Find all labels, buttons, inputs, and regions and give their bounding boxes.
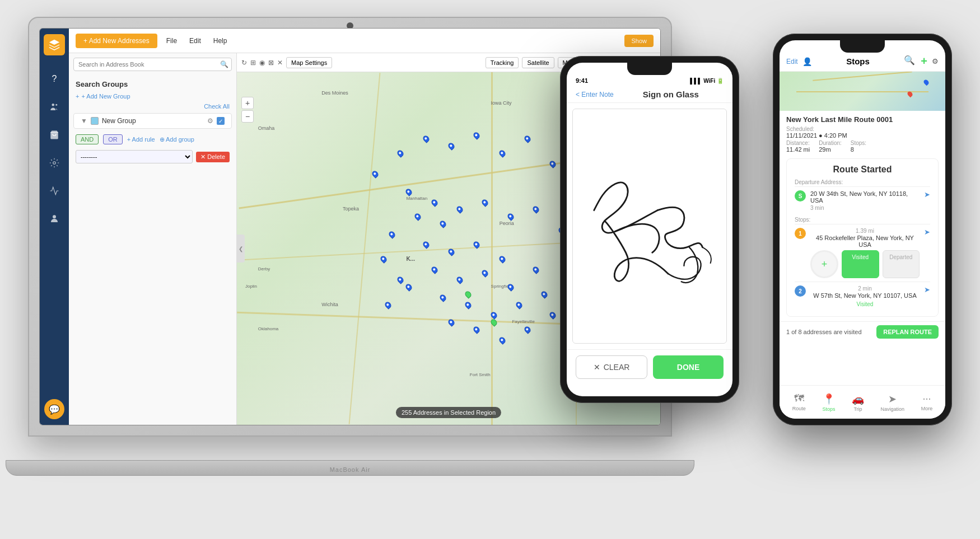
map-zoom-controls: + − bbox=[241, 97, 254, 123]
zoom-in-button[interactable]: + bbox=[241, 97, 254, 109]
phone-right: Edit 👤 Stops 🔍 + ⚙ New bbox=[773, 34, 952, 425]
departure-address-text: 20 W 34th St, New York, NY 10118, USA 3 … bbox=[810, 190, 920, 211]
route-header-icons: 🔍 + bbox=[904, 55, 927, 68]
filter-select[interactable]: -------- bbox=[76, 150, 193, 163]
search-input-wrap: 🔍 bbox=[73, 58, 232, 71]
add-new-group-button[interactable]: + + Add New Group bbox=[76, 93, 130, 100]
search-input[interactable] bbox=[73, 58, 232, 71]
city-label-2: Iowa City bbox=[491, 100, 512, 106]
delete-button[interactable]: ✕ Delete bbox=[196, 152, 230, 162]
map-settings-button[interactable]: Map Settings bbox=[286, 57, 332, 68]
group-row: ▼ New Group ⚙ ✓ bbox=[73, 113, 232, 129]
and-button[interactable]: AND bbox=[76, 134, 99, 144]
check-all-link[interactable]: Check All bbox=[204, 103, 230, 110]
phone-left-notch bbox=[627, 63, 672, 75]
sidebar-chat-btn[interactable]: 💬 bbox=[44, 399, 64, 419]
route-plus-icon[interactable]: + bbox=[921, 55, 927, 68]
phone-left-screen: 9:41 ▌▌▌ WiFi 🔋 < Enter Note Sign on Gla… bbox=[567, 63, 732, 396]
duration-label: Duration: bbox=[819, 140, 842, 146]
route-tab-label: Route bbox=[792, 406, 806, 411]
sidebar-icon-users[interactable] bbox=[45, 98, 63, 116]
add-rule-button[interactable]: + Add rule bbox=[127, 136, 155, 143]
stop1-departed-btn[interactable]: Departed bbox=[883, 250, 920, 278]
stop1-address-container: 1.39 mi 45 Rockefeller Plaza, New York, … bbox=[810, 228, 920, 278]
stop1-nav-icon[interactable]: ➤ bbox=[924, 228, 930, 236]
stop1-visited-btn[interactable]: Visited bbox=[842, 250, 879, 278]
show-button[interactable]: Show bbox=[624, 35, 654, 47]
stop1-actions: + Visited Departed bbox=[810, 250, 920, 278]
tracking-button[interactable]: Tracking bbox=[486, 57, 519, 68]
sidebar-icon-question[interactable]: ? bbox=[45, 70, 63, 88]
done-button[interactable]: DONE bbox=[653, 355, 724, 379]
trip-tab-label: Trip bbox=[853, 406, 862, 412]
stop2-time-label: 2 min bbox=[810, 285, 920, 292]
menu-edit[interactable]: Edit bbox=[186, 35, 204, 47]
replan-route-button[interactable]: REPLAN ROUTE bbox=[876, 325, 939, 339]
route-settings-icon[interactable]: ⚙ bbox=[932, 57, 939, 65]
city-label-6: Wichita bbox=[321, 302, 338, 307]
more-tab-label: More bbox=[921, 406, 933, 411]
stop1-dist-label: 1.39 mi bbox=[810, 228, 920, 234]
route-edit-button[interactable]: Edit bbox=[786, 58, 798, 65]
menu-file[interactable]: File bbox=[163, 35, 180, 47]
satellite-button[interactable]: Satellite bbox=[522, 57, 554, 68]
map-icon-more: ✕ bbox=[277, 59, 283, 67]
city-label-kc: K... bbox=[406, 256, 415, 262]
distance-value: 11.42 mi bbox=[786, 146, 810, 153]
menu-help[interactable]: Help bbox=[210, 35, 231, 47]
road-5 bbox=[491, 72, 493, 425]
tab-trip[interactable]: 🚗 Trip bbox=[852, 393, 864, 412]
navigation-tab-icon: ➤ bbox=[888, 393, 897, 405]
route-distance-container: Distance: 11.42 mi bbox=[786, 140, 810, 153]
route-meta-details: Distance: 11.42 mi Duration: 29m Stops: … bbox=[786, 140, 939, 153]
navigation-tab-label: Navigation bbox=[881, 406, 905, 412]
collapse-icon[interactable]: ▼ bbox=[81, 117, 87, 125]
plus-icon: + bbox=[76, 93, 79, 100]
svg-point-3 bbox=[53, 162, 56, 165]
left-panel: 🔍 Search Groups + + Add New Group Check bbox=[69, 53, 237, 425]
departure-nav-icon[interactable]: ➤ bbox=[924, 190, 930, 199]
phone-right-notch bbox=[840, 40, 885, 53]
city-label-7: Oklahoma bbox=[258, 326, 278, 331]
map-collapse-handle[interactable]: ❮ bbox=[237, 235, 245, 263]
departure-address-item: S 20 W 34th St, New York, NY 10118, USA … bbox=[795, 186, 930, 214]
group-gear-icon[interactable]: ⚙ bbox=[207, 117, 213, 125]
phone-left-signal: ▌▌▌ WiFi 🔋 bbox=[690, 78, 724, 84]
route-stops-container: Stops: 8 bbox=[851, 140, 866, 153]
phone-left-bottom-bar: ✕ CLEAR DONE bbox=[567, 349, 732, 385]
departure-time-dist: 3 min bbox=[810, 205, 920, 211]
signature-svg bbox=[573, 109, 726, 343]
sidebar-icon-analytics[interactable] bbox=[45, 182, 63, 200]
departure-label: Departure Address: bbox=[795, 179, 930, 185]
plus-circle-icon[interactable]: + bbox=[822, 259, 828, 270]
zoom-out-button[interactable]: − bbox=[241, 110, 254, 123]
tab-route[interactable]: 🗺 Route bbox=[792, 393, 806, 411]
sidebar-icon-cart[interactable] bbox=[45, 126, 63, 144]
search-icon-btn[interactable]: 🔍 bbox=[220, 60, 228, 68]
stop1-dot: 1 bbox=[795, 228, 806, 239]
group-check[interactable]: ✓ bbox=[217, 117, 225, 125]
sidebar-icon-person[interactable] bbox=[45, 210, 63, 228]
sidebar-icon-settings[interactable] bbox=[45, 154, 63, 172]
route-duration-container: Duration: 29m bbox=[819, 140, 842, 153]
stop2-nav-icon[interactable]: ➤ bbox=[924, 285, 930, 294]
add-group-link-button[interactable]: ⊕ Add group bbox=[160, 136, 194, 143]
route-bottom-row: 1 of 8 addresses are visited REPLAN ROUT… bbox=[780, 321, 945, 342]
route-search-icon[interactable]: 🔍 bbox=[904, 55, 915, 68]
clear-button[interactable]: ✕ CLEAR bbox=[576, 355, 647, 379]
tab-stops[interactable]: 📍 Stops bbox=[822, 393, 835, 412]
more-tab-icon: ··· bbox=[922, 393, 931, 405]
route-scheduled-container: Scheduled: 11/11/2021 ● 4:20 PM bbox=[786, 126, 847, 139]
phone-left-frame: 9:41 ▌▌▌ WiFi 🔋 < Enter Note Sign on Gla… bbox=[560, 56, 739, 403]
route-started-title: Route Started bbox=[795, 165, 930, 175]
filter-row: AND OR + Add rule ⊕ Add group bbox=[69, 131, 236, 148]
departure-dot: S bbox=[795, 190, 806, 201]
tab-more[interactable]: ··· More bbox=[921, 393, 933, 411]
phone-left-back-btn[interactable]: < Enter Note bbox=[576, 91, 614, 99]
add-addresses-button[interactable]: + Add New Addresses bbox=[76, 34, 157, 48]
tab-navigation[interactable]: ➤ Navigation bbox=[881, 393, 905, 412]
stop2-address-container: 2 min W 57th St, New York, NY 10107, USA… bbox=[810, 285, 920, 307]
distance-label: Distance: bbox=[786, 140, 810, 146]
stops-value: 8 bbox=[851, 146, 866, 153]
or-button[interactable]: OR bbox=[103, 134, 123, 144]
